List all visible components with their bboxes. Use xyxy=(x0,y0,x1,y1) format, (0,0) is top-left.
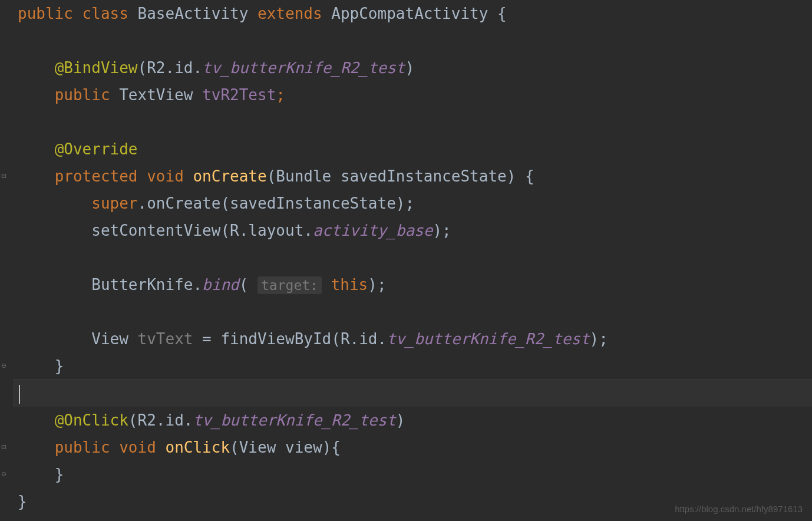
code-line[interactable]: } xyxy=(13,461,812,488)
code-content[interactable]: public class BaseActivity extends AppCom… xyxy=(13,0,812,521)
keyword: void xyxy=(119,438,156,456)
class-ref: ButterKnife xyxy=(91,276,193,294)
local-var: tvText xyxy=(138,330,193,348)
method-name: onClick xyxy=(165,438,230,456)
class-ref: R xyxy=(341,330,350,348)
paren-brace: ) { xyxy=(507,167,534,185)
text-cursor xyxy=(19,385,20,404)
gutter: ⊟ ⊖ ⊟ ⊖ xyxy=(0,0,13,521)
class-ref: R xyxy=(230,222,239,239)
method-name: onCreate xyxy=(193,167,266,185)
dot: . xyxy=(193,59,202,77)
code-line[interactable]: } xyxy=(13,352,812,380)
annotation: @BindView xyxy=(55,59,138,77)
paren: ( xyxy=(230,438,239,456)
paren-semi: ); xyxy=(590,330,608,348)
keyword: public xyxy=(55,86,110,104)
method-call: setContentView xyxy=(91,222,220,239)
code-line-empty[interactable] xyxy=(13,298,812,325)
semicolon: ; xyxy=(276,86,285,104)
dot: . xyxy=(350,330,359,348)
fold-icon[interactable]: ⊖ xyxy=(1,469,6,479)
code-line[interactable]: setContentView(R.layout.activity_base); xyxy=(13,217,812,244)
class-ref: R2 xyxy=(147,59,165,77)
paren: ( xyxy=(128,411,138,429)
code-line[interactable]: public void onClick(View view){ xyxy=(13,434,812,461)
param-type: View xyxy=(239,438,276,456)
paren: ( xyxy=(220,194,230,212)
dot: . xyxy=(165,59,174,77)
keyword: public xyxy=(55,438,110,456)
code-line[interactable]: View tvText = findViewById(R.id.tv_butte… xyxy=(13,325,812,352)
param-type: Bundle xyxy=(276,167,331,185)
argument: savedInstanceState xyxy=(230,194,396,212)
code-line[interactable]: public TextView tvR2Test; xyxy=(13,81,812,108)
paren-brace: ){ xyxy=(322,438,341,456)
field-ref: layout xyxy=(248,222,303,239)
code-line[interactable]: ButterKnife.bind( target: this); xyxy=(13,271,812,298)
code-line[interactable]: public class BaseActivity extends AppCom… xyxy=(13,0,812,27)
code-line-empty[interactable] xyxy=(13,108,812,136)
fold-icon[interactable]: ⊖ xyxy=(1,361,6,370)
resource-id: tv_butterKnife_R2_test xyxy=(387,330,589,348)
dot: . xyxy=(138,194,147,212)
superclass: AppCompatActivity xyxy=(331,5,488,22)
class-name: BaseActivity xyxy=(138,5,249,22)
keyword: public xyxy=(18,5,73,22)
paren: ( xyxy=(138,59,147,77)
paren: ) xyxy=(405,59,414,77)
brace: { xyxy=(488,5,506,22)
dot: . xyxy=(303,222,313,239)
annotation: @Override xyxy=(55,140,138,158)
static-method: bind xyxy=(202,276,239,294)
paren-semi: ); xyxy=(433,222,451,239)
code-line[interactable]: super.onCreate(savedInstanceState); xyxy=(13,190,812,217)
code-line[interactable]: @BindView(R2.id.tv_butterKnife_R2_test) xyxy=(13,54,812,81)
dot: . xyxy=(378,330,387,348)
code-line[interactable]: protected void onCreate(Bundle savedInst… xyxy=(13,163,812,190)
keyword: void xyxy=(147,167,184,185)
paren: ( xyxy=(220,222,230,239)
keyword: this xyxy=(331,276,368,294)
paren: ) xyxy=(396,411,405,429)
fold-icon[interactable]: ⊟ xyxy=(1,442,6,451)
fold-icon[interactable]: ⊟ xyxy=(1,171,6,180)
paren-semi: ); xyxy=(368,276,386,294)
resource-id: tv_butterKnife_R2_test xyxy=(193,411,395,429)
paren: ( xyxy=(331,330,341,348)
paren-semi: ); xyxy=(396,194,414,212)
code-line[interactable]: @OnClick(R2.id.tv_butterKnife_R2_test) xyxy=(13,407,812,434)
param-name: view xyxy=(285,438,322,456)
parameter-hint: target: xyxy=(258,276,322,294)
field-ref: id xyxy=(174,59,193,77)
method-call: findViewById xyxy=(220,330,331,348)
dot: . xyxy=(184,411,193,429)
code-line-current[interactable] xyxy=(13,380,812,407)
watermark: https://blog.csdn.net/hfy8971613 xyxy=(675,504,803,514)
resource-id: activity_base xyxy=(313,222,433,239)
field-name: tvR2Test xyxy=(202,86,276,104)
dot: . xyxy=(193,276,202,294)
field-ref: id xyxy=(359,330,377,348)
type: TextView xyxy=(119,86,193,104)
assign: = xyxy=(193,330,220,348)
keyword: class xyxy=(82,5,128,22)
code-editor[interactable]: ⊟ ⊖ ⊟ ⊖ public class BaseActivity extend… xyxy=(0,0,812,521)
brace: } xyxy=(55,466,64,483)
dot: . xyxy=(156,411,166,429)
code-line-empty[interactable] xyxy=(13,27,812,54)
dot: . xyxy=(239,222,249,239)
class-ref: R2 xyxy=(138,411,156,429)
param-name: savedInstanceState xyxy=(341,167,507,185)
field-ref: id xyxy=(165,411,183,429)
brace: } xyxy=(55,357,64,375)
annotation: @OnClick xyxy=(55,411,128,429)
code-line[interactable]: @Override xyxy=(13,136,812,163)
keyword: extends xyxy=(258,5,322,22)
keyword: super xyxy=(91,194,137,212)
method-call: onCreate xyxy=(147,194,220,212)
keyword: protected xyxy=(55,167,138,185)
code-line-empty[interactable] xyxy=(13,244,812,271)
resource-id: tv_butterKnife_R2_test xyxy=(202,59,405,77)
paren: ( xyxy=(239,276,249,294)
